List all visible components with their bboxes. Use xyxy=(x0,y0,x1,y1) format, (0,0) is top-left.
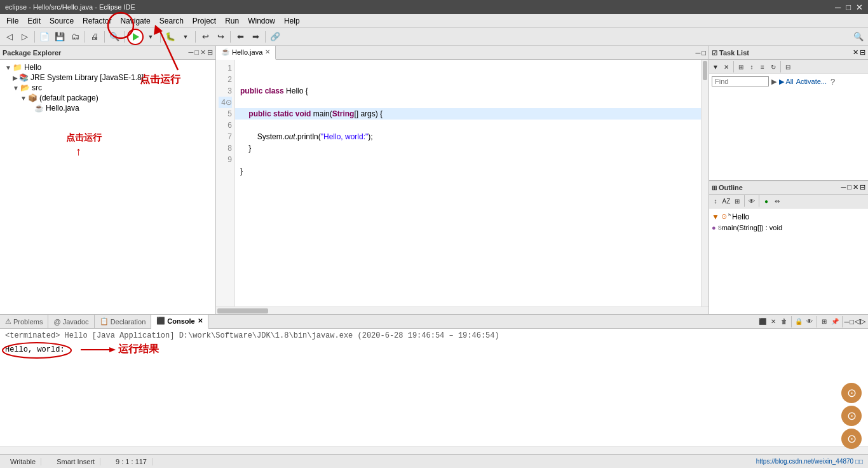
tl-del-btn[interactable]: ✕ xyxy=(721,62,731,72)
tree-src[interactable]: ▼ 📂 src xyxy=(3,83,213,93)
tl-sep xyxy=(733,61,734,72)
redo-button[interactable]: ↪ xyxy=(214,30,227,44)
outline-icon: ⊞ xyxy=(712,184,717,191)
editor-ctrl-min[interactable]: ─ xyxy=(696,49,701,57)
editor-ctrl-max[interactable]: □ xyxy=(702,49,706,57)
tree-jre[interactable]: ▶ 📚 JRE System Library [JavaSE-1.8] xyxy=(3,72,213,83)
console-stop-btn[interactable]: ⬛ xyxy=(757,317,768,327)
editor-tab-hello[interactable]: ☕ Hello.java ✕ xyxy=(216,46,276,60)
console-pin-btn[interactable]: 📌 xyxy=(830,317,840,327)
save-button[interactable]: 💾 xyxy=(53,30,67,44)
line-7: 7 xyxy=(219,131,232,142)
ol-hide-btn[interactable]: 👁 xyxy=(747,196,757,206)
ol-min-btn[interactable]: ─ xyxy=(841,183,846,191)
tl-x-btn[interactable]: ✕ xyxy=(853,48,858,57)
next-button[interactable]: ➡ xyxy=(248,30,262,44)
external-button[interactable]: 🔗 xyxy=(268,30,282,44)
ol-menu-btn[interactable]: ⊟ xyxy=(860,183,865,191)
console-terminate-btn[interactable]: ✕ xyxy=(768,317,778,327)
vertical-scrollbar[interactable] xyxy=(701,60,709,306)
search-global-button[interactable]: 🔍 xyxy=(851,30,865,44)
outline-hello-class[interactable]: ▼ ⊙ ʰ Hello xyxy=(712,211,865,223)
restore-button[interactable]: □ xyxy=(846,3,851,12)
tl-sort-btn[interactable]: ↕ xyxy=(747,62,757,72)
new-button[interactable]: 📄 xyxy=(37,30,51,44)
tl-add-btn[interactable]: ▼ xyxy=(710,62,721,72)
bottom-tabs-left: ⚠ Problems @ Javadoc 📋 Declaration ⬛ Con… xyxy=(0,315,208,329)
help-btn[interactable]: ? xyxy=(831,77,835,86)
menu-source[interactable]: Source xyxy=(46,15,78,27)
menu-navigate[interactable]: Navigate xyxy=(116,15,154,27)
console-open-btn[interactable]: ⊞ xyxy=(819,317,829,327)
console-min-btn[interactable]: ─ xyxy=(844,318,850,326)
toolbar: ◁ ▷ 📄 💾 🗂 🖨 🔍 ▼ 🐛 ▼ ↩ ↪ ⬅ ➡ 🔗 🔍 xyxy=(0,28,868,46)
tab-problems[interactable]: ⚠ Problems xyxy=(0,315,48,329)
menu-project[interactable]: Project xyxy=(189,15,220,27)
undo-button[interactable]: ↩ xyxy=(198,30,212,44)
scrollbar-thumb[interactable] xyxy=(703,61,707,80)
outline-main-method[interactable]: ● S main(String[]) : void xyxy=(712,223,865,233)
console-close-btn[interactable]: ✕ xyxy=(198,317,203,324)
h-scrollbar-thumb[interactable] xyxy=(217,308,268,313)
tl-menu-btn[interactable]: ⊟ xyxy=(860,48,865,57)
prev-button[interactable]: ⬅ xyxy=(233,30,247,44)
code-content[interactable]: public class Hello { public static void … xyxy=(235,60,701,306)
pe-minimize-btn[interactable]: ─ xyxy=(189,48,194,57)
ct-sep3 xyxy=(842,316,843,327)
pe-maximize-btn[interactable]: □ xyxy=(194,48,199,57)
tab-console[interactable]: ⬛ Console ✕ xyxy=(151,315,208,329)
run-dropdown[interactable]: ▼ xyxy=(144,30,158,44)
tab-close-btn[interactable]: ✕ xyxy=(265,48,270,55)
back-button[interactable]: ◁ xyxy=(3,30,17,44)
search-button[interactable]: 🔍 xyxy=(107,30,121,44)
menu-file[interactable]: File xyxy=(3,15,22,27)
ol-max-btn[interactable]: □ xyxy=(847,183,851,191)
tab-declaration[interactable]: 📋 Declaration xyxy=(95,315,152,329)
debug-dropdown[interactable]: ▼ xyxy=(179,30,193,44)
tl-group-btn[interactable]: ≡ xyxy=(757,62,768,72)
run-button[interactable] xyxy=(127,29,144,45)
pe-menu-btn[interactable]: ⊟ xyxy=(207,48,213,57)
console-max-btn[interactable]: □ xyxy=(850,318,854,326)
ol-green-btn[interactable]: ● xyxy=(761,196,771,206)
print-button[interactable]: 🖨 xyxy=(88,30,102,44)
debug-button[interactable]: 🐛 xyxy=(163,30,177,44)
tl-filter-btn[interactable]: ⊞ xyxy=(736,62,746,72)
ol-sort-btn[interactable]: ↕ xyxy=(710,196,721,206)
tree-default-package[interactable]: ▼ 📦 (default package) xyxy=(3,93,213,103)
task-list-icon: ☑ xyxy=(712,50,717,57)
console-left-btn[interactable]: ◁ xyxy=(855,317,860,326)
tl-refresh-btn[interactable]: ↻ xyxy=(768,62,778,72)
minimize-button[interactable]: ─ xyxy=(835,3,841,12)
menu-run[interactable]: Run xyxy=(221,15,243,27)
titlebar-controls[interactable]: ─ □ ✕ xyxy=(835,3,863,12)
tab-javadoc[interactable]: @ Javadoc xyxy=(48,315,94,329)
ol-field-btn[interactable]: ⊞ xyxy=(732,196,742,206)
menu-help[interactable]: Help xyxy=(280,15,304,27)
bottom-scrollbar-h[interactable] xyxy=(0,446,868,454)
menu-window[interactable]: Window xyxy=(244,15,279,27)
menu-refactor[interactable]: Refactor xyxy=(79,15,115,27)
horizontal-scrollbar[interactable] xyxy=(216,306,709,314)
ol-alpha-btn[interactable]: AZ xyxy=(721,196,731,206)
menu-edit[interactable]: Edit xyxy=(24,15,44,27)
ol-link-btn[interactable]: ⇔ xyxy=(772,196,782,206)
outline-check-icon: ▼ xyxy=(712,212,719,221)
all-link[interactable]: ▶ All xyxy=(779,78,794,86)
menu-search[interactable]: Search xyxy=(156,15,187,27)
forward-button[interactable]: ▷ xyxy=(18,30,32,44)
find-input[interactable] xyxy=(712,76,769,86)
tree-hello-project[interactable]: ▼ 📁 Hello xyxy=(3,62,213,72)
save-all-button[interactable]: 🗂 xyxy=(68,30,82,44)
ol-x-btn[interactable]: ✕ xyxy=(853,183,858,191)
console-scroll-lock[interactable]: 🔒 xyxy=(794,317,804,327)
activate-link[interactable]: Activate... xyxy=(796,78,827,85)
outline-controls: ─ □ ✕ ⊟ xyxy=(841,183,865,191)
console-clear-btn[interactable]: 🗑 xyxy=(779,317,789,327)
tree-hello-java[interactable]: ▶ ☕ Hello.java xyxy=(3,103,213,113)
console-right-btn[interactable]: ▷ xyxy=(860,317,865,326)
console-view-btn[interactable]: 👁 xyxy=(804,317,815,327)
close-button[interactable]: ✕ xyxy=(856,3,863,12)
pe-close-btn[interactable]: ✕ xyxy=(200,48,206,57)
tl-collapse-btn[interactable]: ⊟ xyxy=(783,62,793,72)
